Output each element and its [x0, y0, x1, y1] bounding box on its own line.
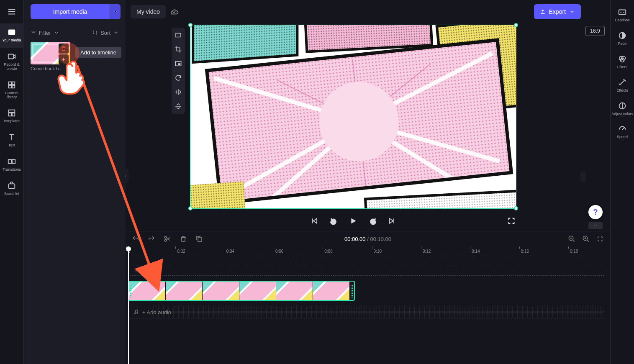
- rightbar-item-speed[interactable]: Speed: [611, 121, 634, 144]
- collapse-right-panel-button[interactable]: [580, 171, 586, 182]
- filter-button[interactable]: Filter: [31, 30, 59, 36]
- sidebar-item-transitions[interactable]: Transitions: [0, 153, 24, 177]
- tool-pip[interactable]: [173, 59, 183, 69]
- effects-icon: [618, 78, 627, 87]
- skip-back-button[interactable]: [310, 216, 320, 226]
- add-to-timeline-button[interactable]: [59, 54, 69, 64]
- cloud-sync-icon[interactable]: [170, 7, 179, 16]
- duplicate-icon: [195, 235, 203, 243]
- sidebar-item-record-create[interactable]: Record & create: [0, 48, 24, 76]
- brand-kit-icon: [7, 181, 16, 190]
- svg-rect-4: [9, 85, 11, 88]
- fullscreen-button[interactable]: [506, 216, 516, 226]
- ruler-tick: 0:18: [570, 249, 578, 254]
- audio-track[interactable]: + Add audio: [128, 306, 604, 318]
- chevron-left-icon: [123, 174, 128, 178]
- svg-rect-7: [9, 113, 11, 116]
- forward-button[interactable]: [367, 216, 377, 226]
- aspect-ratio-button[interactable]: 16:9: [585, 26, 605, 36]
- filters-icon: [618, 54, 627, 64]
- clip-frame: [313, 282, 350, 300]
- svg-rect-6: [9, 110, 15, 113]
- play-button[interactable]: [348, 216, 358, 226]
- ruler-tick: 0:04: [226, 249, 234, 254]
- tool-flip-v[interactable]: [173, 101, 183, 111]
- canvas-area: [172, 23, 582, 231]
- sidebar-item-label: Your media: [2, 38, 21, 43]
- resize-handle-bl[interactable]: [188, 206, 193, 210]
- sidebar-item-your-media[interactable]: Your media: [0, 23, 24, 48]
- playhead[interactable]: [128, 246, 129, 364]
- svg-rect-53: [198, 238, 202, 241]
- tool-fit[interactable]: [173, 30, 183, 40]
- media-item[interactable]: Comic book b...: [31, 42, 70, 71]
- video-track[interactable]: [128, 281, 604, 301]
- sidebar-item-brand-kit[interactable]: Brand kit: [0, 177, 24, 201]
- duplicate-button[interactable]: [195, 235, 203, 243]
- fit-icon: [175, 31, 182, 39]
- resize-handle-tl[interactable]: [188, 23, 193, 27]
- rightbar-item-adjust-colors[interactable]: Adjust colors: [611, 98, 634, 120]
- rewind-button[interactable]: [329, 216, 339, 226]
- sort-button[interactable]: Sort: [92, 30, 119, 36]
- rightbar-item-label: Fade: [618, 42, 627, 46]
- media-panel-header: Import media: [24, 0, 126, 23]
- svg-rect-10: [12, 160, 15, 164]
- svg-rect-18: [176, 33, 181, 37]
- delete-media-button[interactable]: [59, 44, 69, 54]
- help-button[interactable]: ?: [588, 205, 603, 219]
- sidebar-item-content-library[interactable]: Content library: [0, 76, 24, 105]
- playback-controls: [190, 213, 516, 229]
- svg-rect-11: [9, 184, 15, 189]
- undo-button[interactable]: [131, 235, 140, 243]
- import-media-dropdown[interactable]: [110, 4, 121, 19]
- project-title[interactable]: My video: [131, 5, 166, 18]
- rightbar-item-effects[interactable]: Effects: [611, 74, 634, 97]
- rightbar-item-captions[interactable]: Captions: [611, 4, 634, 27]
- rightbar-item-fade[interactable]: Fade: [611, 28, 634, 50]
- upload-icon: [540, 9, 546, 15]
- text-icon: [7, 133, 16, 142]
- help-icon: ?: [593, 208, 598, 217]
- resize-handle-br[interactable]: [514, 206, 518, 210]
- rotate-icon: [175, 74, 182, 82]
- tool-rotate[interactable]: [173, 73, 183, 83]
- fullscreen-icon: [507, 217, 516, 225]
- filter-sort-row: Filter Sort: [24, 23, 126, 42]
- rightbar-item-filters[interactable]: Filters: [611, 51, 634, 74]
- menu-button[interactable]: [0, 0, 24, 23]
- tool-flip-h[interactable]: [173, 87, 183, 97]
- sidebar-item-label: Transitions: [3, 168, 21, 172]
- redo-button[interactable]: [147, 235, 156, 243]
- ruler-tick: 0:10: [374, 249, 382, 254]
- timeline-ruler[interactable]: 00:020:040:060:080:100:120:140:160:18: [128, 246, 604, 257]
- resize-handle-tr[interactable]: [514, 23, 518, 27]
- tool-crop[interactable]: [173, 44, 183, 54]
- filter-icon: [31, 30, 36, 36]
- skip-forward-button[interactable]: [387, 216, 397, 226]
- delete-button[interactable]: [179, 235, 187, 243]
- redo-icon: [148, 235, 155, 243]
- zoom-in-button[interactable]: [582, 235, 590, 243]
- record-icon: [7, 52, 16, 61]
- split-button[interactable]: [163, 235, 172, 243]
- video-clip[interactable]: [128, 281, 355, 301]
- flip-vertical-icon: [175, 103, 182, 110]
- current-time: 00:00.00: [344, 236, 366, 242]
- sidebar-item-text[interactable]: Text: [0, 128, 24, 153]
- zoom-fit-button[interactable]: [596, 235, 604, 243]
- export-button[interactable]: Export: [534, 4, 581, 19]
- top-bar: My video Export: [126, 0, 586, 23]
- clip-frame: [239, 282, 276, 300]
- help-caret-button[interactable]: [588, 222, 603, 229]
- preview-canvas-wrap[interactable]: [190, 25, 516, 209]
- canvas-tools: [172, 28, 185, 114]
- svg-point-57: [137, 313, 138, 313]
- text-track[interactable]: + text: [128, 266, 604, 276]
- zoom-out-button[interactable]: [567, 235, 576, 243]
- sidebar-item-label: Text: [8, 144, 15, 148]
- sidebar-item-templates[interactable]: Templates: [0, 104, 24, 128]
- collapse-panel-button[interactable]: [122, 168, 129, 183]
- skip-forward-icon: [388, 217, 396, 225]
- import-media-button[interactable]: Import media: [31, 4, 110, 19]
